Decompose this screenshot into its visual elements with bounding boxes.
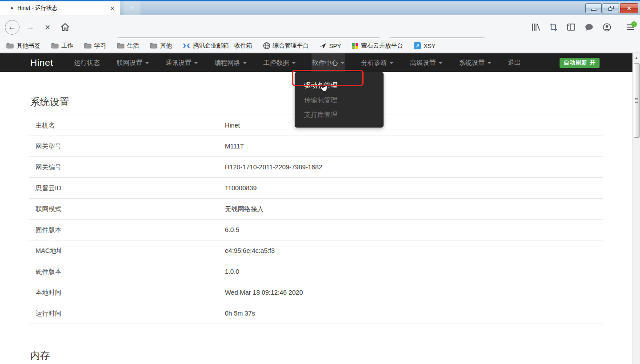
close-icon: × — [627, 5, 631, 12]
window-controls: × — [585, 3, 638, 13]
tab-close-icon[interactable]: × — [110, 5, 114, 12]
new-tab-button[interactable]: + — [124, 1, 140, 15]
chevron-down-icon — [194, 62, 198, 64]
menu-item-driver-package[interactable]: 驱动包管理 — [295, 78, 384, 92]
folder-icon — [6, 43, 14, 49]
bookmark-folder-misc[interactable]: 其他 — [150, 42, 172, 50]
table-row: 思普云ID110000839 — [29, 178, 603, 199]
bookmark-folder-work[interactable]: 工作 — [51, 42, 73, 50]
scrollbar-up-arrow[interactable]: ▲ — [633, 53, 640, 62]
bookmark-exmail[interactable]: 腾讯企业邮箱 - 收件箱 — [183, 42, 252, 50]
nav-item-comm-setup[interactable]: 通讯设置 — [165, 53, 199, 72]
bookmark-label: 综合管理平台 — [273, 42, 309, 50]
system-info-table: 主机名Hinet 网关型号M111T 网关编号H120-1710-2011-22… — [29, 115, 603, 324]
home-button[interactable] — [58, 15, 72, 39]
nav-item-advanced-settings[interactable]: 高级设置 — [409, 53, 443, 72]
row-value: 0h 5m 37s — [225, 310, 255, 317]
folder-icon — [150, 43, 157, 49]
row-label: 本地时间 — [29, 288, 225, 297]
bookmark-folder-life[interactable]: 生活 — [117, 42, 139, 50]
row-value: Hinet — [225, 122, 240, 129]
browser-tab[interactable]: Hinet - 运行状态 × — [0, 1, 120, 15]
row-label: 固件版本 — [29, 226, 225, 234]
bookmark-label: 腾讯企业邮箱 - 收件箱 — [193, 42, 252, 50]
close-button[interactable]: × — [620, 3, 638, 13]
screenshot-crop-icon — [549, 23, 557, 31]
row-label: 硬件版本 — [29, 268, 225, 276]
menu-item-support-library[interactable]: 支持库管理 — [295, 107, 384, 122]
globe-icon — [263, 42, 270, 49]
home-icon — [61, 23, 69, 31]
auto-refresh-toggle[interactable]: 自动刷新 开 — [560, 58, 600, 68]
minimize-button[interactable] — [585, 3, 602, 13]
chat-button[interactable] — [581, 15, 596, 39]
nav-item-logout[interactable]: 退出 — [507, 53, 522, 72]
table-row: 运行时间0h 5m 37s — [29, 303, 603, 324]
software-center-dropdown: 驱动包管理 传输包管理 支持库管理 — [295, 72, 384, 128]
toolbar-separator — [618, 23, 618, 32]
sidebar-button[interactable] — [564, 15, 579, 39]
menu-button[interactable] — [621, 15, 639, 39]
site-logo[interactable]: Hinet — [30, 57, 53, 68]
row-value: 6.0.5 — [225, 226, 239, 233]
exmail-icon — [183, 43, 190, 49]
nav-item-programming-network[interactable]: 编程网络 — [214, 53, 248, 72]
back-button[interactable]: ← — [4, 15, 20, 39]
folder-icon — [117, 43, 124, 49]
table-row: 硬件版本1.0.0 — [29, 261, 603, 282]
table-row: MAC地址e4:95:6e:4c:a5:f3 — [29, 240, 603, 261]
bookmark-folder-study[interactable]: 学习 — [84, 42, 106, 50]
forward-button[interactable]: → — [23, 15, 37, 39]
mouse-cursor-pointer — [318, 83, 328, 93]
bookmark-label: 学习 — [94, 42, 106, 50]
bookmark-label: 工作 — [61, 42, 73, 50]
nav-item-industrial-data[interactable]: 工控数据 — [263, 53, 296, 72]
bookmark-label: 萤石云开放平台 — [361, 42, 404, 50]
row-label: 思普云ID — [29, 184, 225, 192]
folder-icon — [84, 43, 92, 49]
bookmark-label: 其他书签 — [16, 42, 40, 50]
stop-button[interactable]: × — [41, 15, 54, 39]
tab-bar: Hinet - 运行状态 × + × — [0, 1, 640, 15]
xsy-icon: ↗ — [414, 42, 421, 49]
account-icon — [603, 23, 611, 32]
bookmark-mgmt-platform[interactable]: 综合管理平台 — [263, 42, 309, 50]
bookmark-ezviz[interactable]: 萤石云开放平台 — [352, 42, 404, 50]
nav-item-system-settings[interactable]: 系统设置 — [458, 53, 492, 72]
bookmarks-bar: 其他书签 工作 学习 生活 其他 腾讯企业邮箱 - 收件箱 综合管理平台 SP — [0, 39, 640, 53]
chevron-down-icon — [390, 62, 393, 64]
nav-item-network-setup[interactable]: 联网设置 — [116, 53, 150, 72]
row-value: 1.0.0 — [225, 268, 239, 275]
chevron-down-icon — [243, 62, 247, 64]
update-available-badge: ↑ — [631, 21, 637, 27]
screenshot-button[interactable] — [546, 15, 561, 39]
nav-item-status[interactable]: 运行状态 — [73, 53, 101, 72]
tab-title: Hinet - 运行状态 — [17, 4, 110, 12]
bookmark-label: 其他 — [160, 42, 172, 50]
account-button[interactable] — [599, 15, 614, 39]
web-page: Hinet 运行状态 联网设置 通讯设置 编程网络 工控数据 软件中心 分析诊断… — [0, 53, 632, 364]
restore-button[interactable] — [603, 3, 619, 13]
scrollbar-grip — [635, 98, 638, 103]
bookmark-spy[interactable]: SPY — [320, 43, 341, 49]
menu-item-transfer-package[interactable]: 传输包管理 — [295, 92, 384, 107]
table-row: 网关编号H120-1710-2011-2209-7989-1682 — [29, 157, 603, 178]
row-value: e4:95:6e:4c:a5:f3 — [225, 247, 275, 254]
navigation-toolbar: ← → × 192.168.9.99/cgi-bin/luci — [0, 15, 640, 39]
library-button[interactable] — [528, 15, 543, 39]
row-value: M111T — [225, 143, 244, 150]
bookmark-folder-other[interactable]: 其他书签 — [6, 42, 40, 50]
nav-item-diagnostics[interactable]: 分析诊断 — [360, 53, 394, 72]
table-row: 本地时间Wed Mar 18 09:12:46 2020 — [29, 282, 603, 303]
nav-item-software-center[interactable]: 软件中心 — [312, 53, 345, 72]
bookmark-label: XSY — [424, 43, 436, 49]
page-scrollbar[interactable]: ▲ — [632, 53, 640, 364]
bookmark-xsy[interactable]: ↗ XSY — [414, 42, 436, 49]
back-icon: ← — [5, 20, 20, 35]
chevron-down-icon — [341, 62, 344, 64]
bookmark-label: SPY — [329, 43, 341, 49]
chevron-down-icon — [439, 62, 442, 64]
scrollbar-thumb[interactable] — [634, 63, 640, 138]
library-icon — [532, 23, 540, 31]
tab-favicon-dot — [11, 7, 13, 9]
